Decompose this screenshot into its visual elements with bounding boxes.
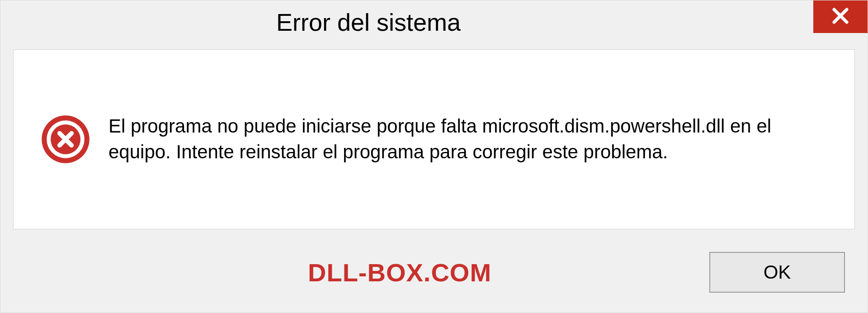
bottom-bar: DLL-BOX.COM OK: [0, 232, 868, 313]
dialog-title: Error del sistema: [276, 8, 461, 36]
close-icon: [830, 5, 851, 28]
watermark-text: DLL-BOX.COM: [308, 258, 491, 287]
error-icon: [41, 114, 90, 164]
ok-button[interactable]: OK: [709, 252, 845, 293]
error-message: El programa no puede iniciarse porque fa…: [108, 114, 814, 165]
close-button[interactable]: [813, 0, 868, 33]
title-bar: Error del sistema: [0, 0, 868, 44]
content-panel: El programa no puede iniciarse porque fa…: [13, 49, 855, 229]
